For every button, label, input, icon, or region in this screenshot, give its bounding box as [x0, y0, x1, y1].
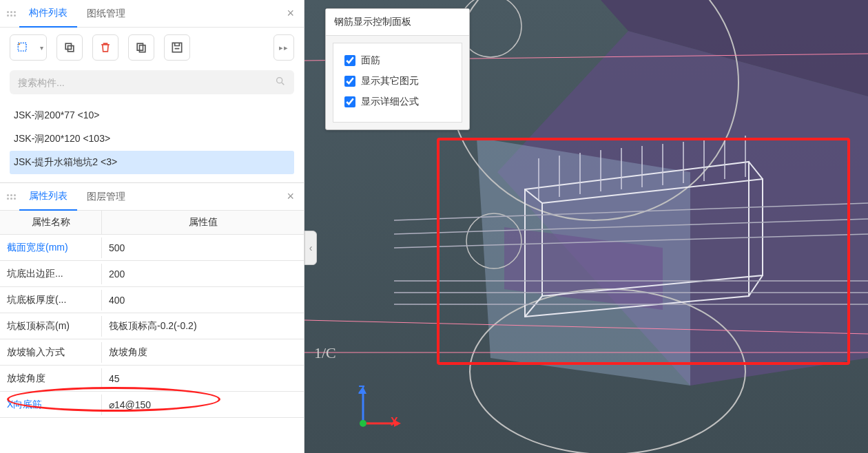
- close-icon[interactable]: ×: [280, 189, 301, 204]
- table-row[interactable]: 截面宽度(mm)500: [0, 235, 304, 261]
- checkbox-label: 显示详细公式: [361, 96, 419, 108]
- checkbox-label: 显示其它图元: [361, 75, 419, 87]
- checkbox-show-formula[interactable]: 显示详细公式: [342, 92, 453, 112]
- expand-handle[interactable]: ‹: [304, 231, 317, 265]
- table-row[interactable]: 坑底出边距...200: [0, 261, 304, 287]
- checkbox-label: 面筋: [361, 54, 380, 67]
- svg-point-7: [277, 78, 282, 83]
- tab-property-list[interactable]: 属性列表: [19, 183, 77, 211]
- prop-value[interactable]: 500: [102, 238, 304, 257]
- checkbox-input[interactable]: [344, 76, 355, 87]
- viewport-3d[interactable]: ‹ 钢筋显示控制面板 面筋 显示其它图元 显示详细公式 1/C X Z: [304, 0, 868, 453]
- prop-name: 截面宽度(mm): [0, 238, 102, 258]
- new-button[interactable]: ▾: [10, 34, 47, 61]
- prop-value[interactable]: ⌀14@150: [102, 395, 304, 414]
- checkbox-face-bar[interactable]: 面筋: [342, 50, 453, 71]
- property-tab-header: 属性列表 图层管理 ×: [0, 183, 304, 211]
- svg-rect-6: [172, 43, 181, 52]
- more-button[interactable]: ▸▸: [273, 34, 294, 61]
- list-item[interactable]: JSK-洞200*120 <103>: [10, 127, 294, 151]
- prop-value[interactable]: 筏板顶标高-0.2(-0.2): [102, 316, 304, 337]
- table-header: 属性名称 属性值: [0, 211, 304, 235]
- save-button[interactable]: [164, 34, 190, 61]
- search-input[interactable]: [18, 77, 275, 88]
- chevron-down-icon: ▾: [40, 44, 43, 52]
- drag-handle-icon[interactable]: [3, 191, 19, 202]
- delete-button[interactable]: [92, 34, 118, 61]
- svg-point-1: [19, 43, 21, 45]
- table-row[interactable]: 放坡角度45: [0, 366, 304, 392]
- rebar-control-panel: 钢筋显示控制面板 面筋 显示其它图元 显示详细公式: [325, 8, 470, 130]
- table-row[interactable]: 坑底板厚度(...400: [0, 287, 304, 313]
- copy-layer-button[interactable]: [128, 34, 154, 61]
- component-list: JSK-洞200*77 <10> JSK-洞200*120 <103> JSK-…: [0, 101, 304, 182]
- close-icon[interactable]: ×: [280, 6, 301, 21]
- tab-drawing-manage[interactable]: 图纸管理: [77, 0, 135, 28]
- drag-handle-icon[interactable]: [3, 8, 19, 19]
- search-icon: [275, 76, 286, 89]
- search-box[interactable]: [10, 70, 294, 94]
- prop-name: 坑底出边距...: [0, 264, 102, 284]
- prop-name: 放坡输入方式: [0, 342, 102, 363]
- panel-title: 钢筋显示控制面板: [326, 9, 469, 36]
- prop-value[interactable]: 45: [102, 369, 304, 388]
- svg-rect-5: [140, 45, 145, 52]
- axis-x-label: X: [391, 416, 398, 428]
- property-table: 属性名称 属性值 截面宽度(mm)500 坑底出边距...200 坑底板厚度(.…: [0, 211, 304, 453]
- prop-value[interactable]: 400: [102, 291, 304, 310]
- prop-name: 坑板顶标高(m): [0, 316, 102, 337]
- prop-name: X向底筋: [0, 394, 102, 415]
- component-tab-header: 构件列表 图纸管理 ×: [0, 0, 304, 28]
- table-row[interactable]: 放坡输入方式放坡角度: [0, 339, 304, 366]
- prop-name: 放坡角度: [0, 368, 102, 389]
- table-row[interactable]: 坑板顶标高(m)筏板顶标高-0.2(-0.2): [0, 313, 304, 339]
- grid-label: 1/C: [314, 344, 336, 362]
- svg-point-46: [360, 420, 366, 427]
- list-item[interactable]: JSK-洞200*77 <10>: [10, 104, 294, 127]
- prop-name: 坑底板厚度(...: [0, 290, 102, 310]
- tab-component-list[interactable]: 构件列表: [19, 0, 77, 28]
- axis-z-label: Z: [358, 384, 365, 397]
- table-row[interactable]: X向底筋⌀14@150: [0, 392, 304, 418]
- component-toolbar: ▾ ▸▸: [0, 28, 304, 67]
- prop-value[interactable]: 放坡角度: [102, 342, 304, 363]
- checkbox-input[interactable]: [344, 96, 355, 107]
- svg-rect-4: [137, 43, 143, 50]
- header-name: 属性名称: [0, 211, 102, 234]
- copy-button[interactable]: [56, 34, 83, 61]
- list-item[interactable]: JSK-提升水箱地坑2 <3>: [10, 151, 294, 174]
- tab-layer-manage[interactable]: 图层管理: [77, 183, 135, 211]
- checkbox-input[interactable]: [344, 55, 355, 66]
- checkbox-show-other[interactable]: 显示其它图元: [342, 71, 453, 92]
- prop-value[interactable]: 200: [102, 264, 304, 284]
- header-value: 属性值: [102, 211, 304, 234]
